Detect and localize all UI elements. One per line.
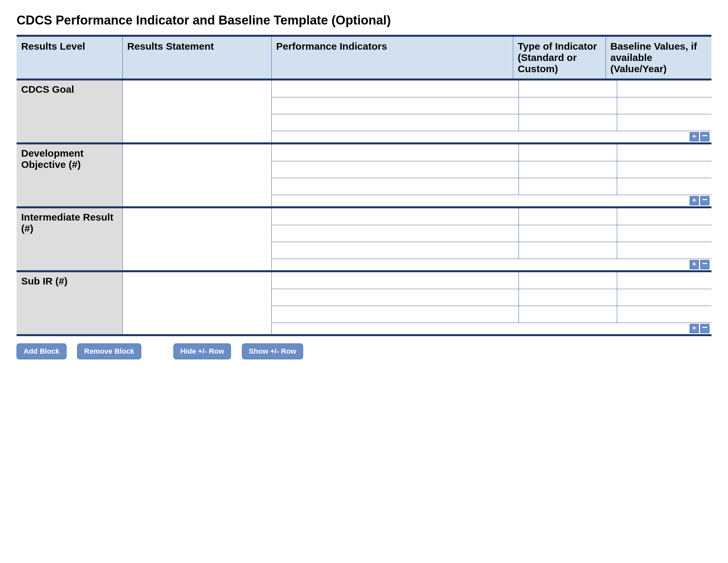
baseline-cell[interactable] [617,97,711,114]
page: CDCS Performance Indicator and Baseline … [0,0,728,563]
remove-block-button[interactable]: Remove Block [77,344,141,359]
type-cell[interactable] [519,114,617,131]
add-row-button[interactable]: + [690,196,699,205]
section-label: CDCS Goal [17,80,122,142]
type-cell[interactable] [519,306,617,323]
type-cell[interactable] [519,225,617,242]
indicator-block [271,144,711,195]
add-block-button[interactable]: Add Block [17,344,67,359]
section-label: Intermediate Result (#) [17,208,122,270]
hide-row-button[interactable]: Hide +/- Row [173,344,231,359]
action-bar: Add Block Remove Block Hide +/- Row Show… [17,344,711,359]
section-row: CDCS Goal [17,80,711,131]
results-statement-cell[interactable] [122,272,271,334]
indicator-cell[interactable] [272,97,519,114]
header-results-level: Results Level [17,37,122,78]
remove-row-button[interactable]: − [700,132,709,141]
baseline-cell[interactable] [617,114,711,131]
remove-row-button[interactable]: − [700,196,709,205]
section-row: Development Objective (#) [17,144,711,195]
divider [17,334,711,336]
results-statement-cell[interactable] [122,208,271,270]
type-cell[interactable] [519,161,617,178]
baseline-cell[interactable] [617,80,711,97]
indicator-block [271,80,711,131]
remove-row-button[interactable]: − [700,260,709,269]
remove-row-button[interactable]: − [700,324,709,333]
indicator-cell[interactable] [272,144,519,161]
indicator-cell[interactable] [272,306,519,323]
type-cell[interactable] [519,80,617,97]
indicator-cell[interactable] [272,272,519,289]
header-results-statement: Results Statement [122,37,271,78]
indicator-block [271,208,711,259]
baseline-cell[interactable] [617,272,711,289]
indicator-cell[interactable] [272,80,519,97]
indicator-cell[interactable] [272,208,519,225]
section-label: Development Objective (#) [17,144,122,206]
page-title: CDCS Performance Indicator and Baseline … [17,13,711,27]
header-performance-indicators: Performance Indicators [271,37,513,78]
type-cell[interactable] [519,242,617,259]
indicator-cell[interactable] [272,178,519,195]
header-row: Results Level Results Statement Performa… [17,37,711,78]
indicator-cell[interactable] [272,289,519,306]
add-row-button[interactable]: + [690,260,699,269]
indicator-cell[interactable] [272,114,519,131]
cdcs-table: Results Level Results Statement Performa… [17,35,711,336]
type-cell[interactable] [519,289,617,306]
section-row: Intermediate Result (#) [17,208,711,259]
indicator-cell[interactable] [272,242,519,259]
header-type-of-indicator: Type of Indicator (Standard or Custom) [513,37,606,78]
type-cell[interactable] [519,97,617,114]
section-row: Sub IR (#) [17,272,711,323]
header-baseline-values: Baseline Values, if available (Value/Yea… [606,37,711,78]
add-row-button[interactable]: + [690,324,699,333]
baseline-cell[interactable] [617,178,711,195]
indicator-cell[interactable] [272,161,519,178]
add-row-button[interactable]: + [690,132,699,141]
baseline-cell[interactable] [617,144,711,161]
show-row-button[interactable]: Show +/- Row [242,344,303,359]
results-statement-cell[interactable] [122,144,271,206]
baseline-cell[interactable] [617,306,711,323]
type-cell[interactable] [519,178,617,195]
baseline-cell[interactable] [617,289,711,306]
type-cell[interactable] [519,272,617,289]
type-cell[interactable] [519,208,617,225]
baseline-cell[interactable] [617,225,711,242]
baseline-cell[interactable] [617,242,711,259]
section-label: Sub IR (#) [17,272,122,334]
baseline-cell[interactable] [617,208,711,225]
type-cell[interactable] [519,144,617,161]
baseline-cell[interactable] [617,161,711,178]
indicator-cell[interactable] [272,225,519,242]
indicator-block [271,272,711,323]
results-statement-cell[interactable] [122,80,271,142]
